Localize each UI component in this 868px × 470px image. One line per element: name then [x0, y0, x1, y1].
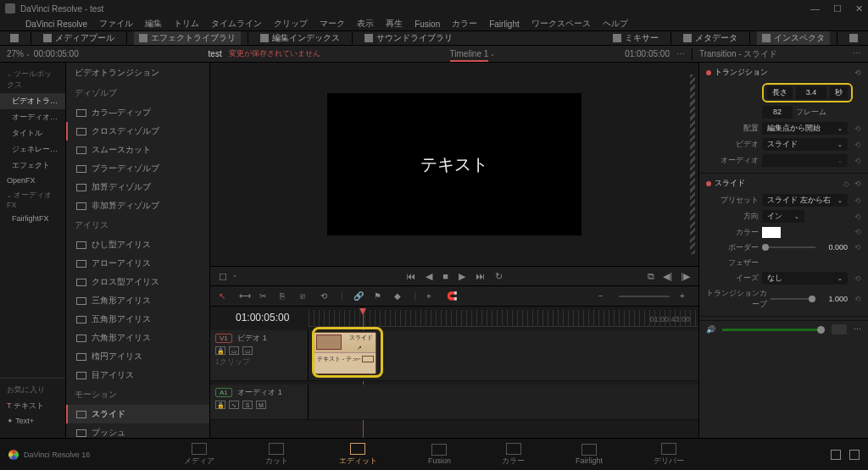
- lock-icon[interactable]: 🔒: [215, 401, 225, 409]
- border-value[interactable]: 0.000: [819, 243, 848, 252]
- sound-library-button[interactable]: サウンドライブラリ: [359, 31, 458, 45]
- effect-item[interactable]: 六角形アイリス: [66, 329, 209, 347]
- chevron-down-icon[interactable]: ⌄: [24, 51, 34, 58]
- border-slider[interactable]: [762, 246, 815, 248]
- effect-item[interactable]: 目アイリス: [66, 366, 209, 384]
- effect-item[interactable]: 楕円アイリス: [66, 347, 209, 366]
- page-edit[interactable]: エディット: [332, 441, 384, 468]
- effect-item[interactable]: 三角形アイリス: [66, 291, 209, 310]
- effect-item[interactable]: カラ―ディップ: [66, 103, 209, 122]
- ease-select[interactable]: なし⌄: [762, 272, 848, 285]
- disable-icon[interactable]: ▭: [229, 346, 239, 355]
- view-icon[interactable]: ▭: [242, 346, 253, 355]
- mute-button[interactable]: M: [256, 401, 266, 409]
- favorite-item[interactable]: T テキスト: [0, 398, 65, 414]
- reset-icon[interactable]: ⟲: [854, 69, 861, 77]
- timeline[interactable]: 01:00:05:00 01:00:43:00 V1 ビデオ 1 🔒▭▭ 1クリ…: [210, 307, 698, 454]
- lock-icon[interactable]: 🔒: [215, 346, 225, 355]
- inspector-options-icon[interactable]: ⋯: [853, 48, 861, 58]
- speaker-icon[interactable]: 🔊: [706, 325, 715, 334]
- effect-item[interactable]: ひし型アイリス: [66, 235, 209, 254]
- zoom-slider[interactable]: [619, 296, 670, 297]
- group-slide[interactable]: スライド: [715, 178, 745, 189]
- favorite-item[interactable]: ✦ Text+: [0, 414, 65, 428]
- page-deliver[interactable]: デリバー: [647, 441, 691, 468]
- snap-icon[interactable]: ⌖: [426, 291, 437, 301]
- effect-item[interactable]: 加算ディゾルブ: [66, 178, 209, 196]
- a1-badge[interactable]: A1: [215, 388, 232, 397]
- menu-item[interactable]: 表示: [357, 18, 374, 30]
- metadata-button[interactable]: メタデータ: [678, 31, 743, 45]
- effect-item[interactable]: クロス型アイリス: [66, 273, 209, 291]
- length-seconds-input[interactable]: 3.4: [796, 86, 826, 99]
- effect-item[interactable]: クロスディゾルブ: [66, 122, 209, 141]
- toolbox-item[interactable]: タイトル: [0, 125, 65, 141]
- openfx-header[interactable]: OpenFX: [0, 174, 65, 187]
- inspector-button[interactable]: インスペクタ: [757, 31, 830, 45]
- viewer-canvas[interactable]: テキスト: [327, 93, 581, 235]
- project-manager-icon[interactable]: [831, 450, 841, 460]
- effect-item[interactable]: ブラーディゾルブ: [66, 159, 209, 178]
- audio-transition-select[interactable]: ⌄: [762, 154, 848, 167]
- volume-options-icon[interactable]: ⋯: [854, 325, 861, 334]
- zoom-out-icon[interactable]: −: [598, 291, 609, 301]
- flag-icon[interactable]: ⚑: [374, 291, 384, 301]
- toolbox-item[interactable]: ビデオトランジション: [0, 93, 65, 109]
- marker-icon[interactable]: ◆: [394, 291, 404, 301]
- keyframe-icon[interactable]: ◇: [843, 180, 849, 188]
- mixer-button[interactable]: ミキサー: [608, 31, 664, 45]
- loop-button[interactable]: ↻: [495, 271, 503, 282]
- curve-icon[interactable]: ∿: [229, 401, 239, 409]
- menu-item[interactable]: DaVinci Resolve: [25, 19, 87, 29]
- effect-item[interactable]: 非加算ディゾルブ: [66, 196, 209, 215]
- magnet-icon[interactable]: 🧲: [447, 291, 457, 301]
- zoom-in-icon[interactable]: +: [680, 291, 690, 301]
- alignment-select[interactable]: 編集点から開始⌄: [762, 122, 848, 135]
- toolbox-item[interactable]: エフェクト: [0, 158, 65, 174]
- replace-icon[interactable]: ⟲: [320, 291, 331, 301]
- zoom-level[interactable]: 27%: [7, 49, 24, 58]
- menu-item[interactable]: Fairlight: [489, 19, 520, 29]
- reset-icon[interactable]: ⟲: [854, 180, 861, 188]
- preset-select[interactable]: スライド 左から右⌄: [762, 194, 848, 207]
- curve-slider[interactable]: [771, 298, 815, 300]
- minimize-button[interactable]: —: [810, 3, 820, 14]
- menu-item[interactable]: ヘルプ: [603, 18, 628, 30]
- edit-index-button[interactable]: 編集インデックス: [255, 31, 345, 45]
- menu-item[interactable]: カラー: [452, 18, 477, 30]
- reset-icon[interactable]: ⟲: [854, 124, 861, 133]
- blade-tool-icon[interactable]: ✂: [259, 291, 270, 301]
- color-swatch[interactable]: [762, 227, 781, 238]
- overwrite-icon[interactable]: ⎚: [300, 291, 310, 301]
- next-frame-button[interactable]: ⏭: [476, 271, 485, 281]
- video-transition-select[interactable]: スライド⌄: [762, 138, 848, 151]
- viewer-mode-icon[interactable]: ☐: [219, 272, 227, 280]
- effect-item[interactable]: スムースカット: [66, 141, 209, 159]
- page-fairlight[interactable]: Fairlight: [569, 442, 609, 467]
- audio-lane[interactable]: [309, 384, 698, 420]
- page-fusion[interactable]: Fusion: [421, 442, 458, 467]
- dim-button[interactable]: [832, 324, 847, 335]
- v1-badge[interactable]: V1: [215, 334, 232, 343]
- stop-button[interactable]: ■: [442, 271, 448, 281]
- effect-item[interactable]: 五角形アイリス: [66, 310, 209, 329]
- link-icon[interactable]: 🔗: [353, 291, 364, 301]
- panel-toggle[interactable]: [5, 31, 24, 45]
- menu-item[interactable]: 再生: [386, 18, 403, 30]
- mark-out-button[interactable]: |▶: [681, 271, 690, 282]
- chevron-down-icon[interactable]: ⌄: [488, 51, 495, 58]
- direction-select[interactable]: イン⌄: [762, 210, 804, 223]
- track-header-a1[interactable]: A1 オーディオ 1 🔒∿SM: [210, 384, 309, 420]
- volume-slider[interactable]: [722, 329, 825, 331]
- menu-item[interactable]: マーク: [320, 18, 345, 30]
- close-button[interactable]: ✕: [855, 3, 863, 14]
- project-settings-icon[interactable]: [849, 450, 860, 460]
- timeline-name[interactable]: Timeline 1: [450, 49, 489, 58]
- play-button[interactable]: ▶: [459, 271, 465, 282]
- effect-item[interactable]: アローアイリス: [66, 254, 209, 273]
- curve-value[interactable]: 1.000: [819, 295, 848, 303]
- page-color[interactable]: カラー: [495, 441, 531, 468]
- menu-item[interactable]: タイムライン: [211, 18, 262, 30]
- solo-button[interactable]: S: [242, 401, 253, 409]
- fairlightfx-item[interactable]: FairlightFX: [0, 212, 65, 225]
